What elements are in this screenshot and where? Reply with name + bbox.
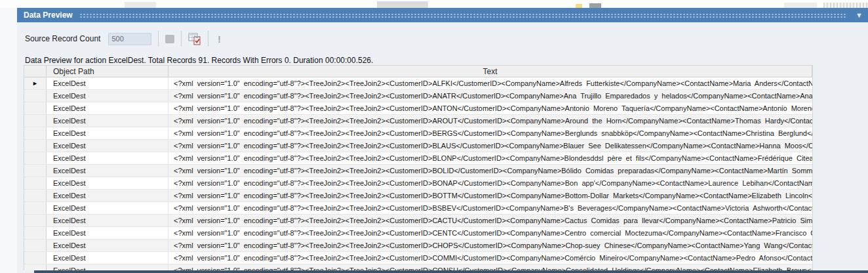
table-row[interactable]: ExcelDest <?xml version="1.0" encoding="… xyxy=(24,152,812,165)
toolbar-remnant xyxy=(377,1,428,8)
table-row[interactable]: ExcelDest <?xml version="1.0" encoding="… xyxy=(24,190,812,202)
row-selector[interactable] xyxy=(24,115,47,127)
toolbar-separator xyxy=(158,31,159,47)
object-path-cell: ExcelDest xyxy=(47,264,168,270)
panel-body: Source Record Count ! Data Pr xyxy=(17,22,868,273)
toolbar: Source Record Count ! xyxy=(25,30,223,47)
text-cell: <?xml version="1.0" encoding="utf-8"?><T… xyxy=(168,127,812,139)
object-path-cell: ExcelDest xyxy=(47,240,168,251)
grid-header-row: Object Path Text xyxy=(24,66,812,77)
header-dotted-texture xyxy=(79,12,846,18)
object-path-cell: ExcelDest xyxy=(47,165,168,177)
text-cell: <?xml version="1.0" encoding="utf-8"?><T… xyxy=(168,240,812,251)
table-row[interactable]: ExcelDest <?xml version="1.0" encoding="… xyxy=(24,102,812,115)
error-indicator-icon[interactable]: ! xyxy=(215,33,223,45)
object-path-cell: ExcelDest xyxy=(47,90,168,102)
object-path-cell: ExcelDest xyxy=(47,190,168,201)
text-cell: <?xml version="1.0" encoding="utf-8"?><T… xyxy=(168,90,812,102)
text-cell: <?xml version="1.0" encoding="utf-8"?><T… xyxy=(168,190,812,201)
panel-header[interactable]: Data Preview ▼ xyxy=(17,8,868,22)
panel-title: Data Preview xyxy=(24,10,73,20)
row-selector[interactable] xyxy=(24,102,47,114)
data-grid: Object Path Text ► ExcelDest <?xml versi… xyxy=(24,65,813,270)
object-path-cell: ExcelDest xyxy=(47,177,168,189)
text-cell: <?xml version="1.0" encoding="utf-8"?><T… xyxy=(168,215,812,226)
row-selector[interactable] xyxy=(24,90,47,102)
row-selector[interactable] xyxy=(24,252,47,264)
table-row[interactable]: ExcelDest <?xml version="1.0" encoding="… xyxy=(24,227,812,240)
row-selector-header[interactable] xyxy=(24,66,47,77)
table-row[interactable]: ► ExcelDest <?xml version="1.0" encoding… xyxy=(24,77,812,90)
object-path-cell: ExcelDest xyxy=(47,202,168,214)
chevron-down-icon[interactable]: ▼ xyxy=(856,12,863,19)
text-cell: <?xml version="1.0" encoding="utf-8"?><T… xyxy=(168,152,812,164)
data-preview-grid-icon[interactable] xyxy=(188,33,201,45)
row-selector[interactable] xyxy=(24,240,47,251)
row-selector[interactable] xyxy=(24,202,47,214)
row-selector[interactable]: ► xyxy=(24,77,47,89)
row-selector[interactable] xyxy=(24,127,47,139)
row-selector[interactable] xyxy=(24,227,47,239)
status-line: Data Preview for action ExcelDest. Total… xyxy=(25,56,373,65)
table-row[interactable]: ExcelDest <?xml version="1.0" encoding="… xyxy=(24,202,812,215)
stop-button[interactable] xyxy=(165,35,174,43)
toolbar-separator xyxy=(181,31,182,47)
object-path-cell: ExcelDest xyxy=(47,115,168,127)
data-preview-panel: Data Preview ▼ Source Record Count xyxy=(17,8,868,273)
table-row[interactable]: ExcelDest <?xml version="1.0" encoding="… xyxy=(24,165,812,177)
object-path-cell: ExcelDest xyxy=(47,102,168,114)
upper-toolbar-remnant xyxy=(0,0,868,8)
text-cell: <?xml version="1.0" encoding="utf-8"?><T… xyxy=(168,102,812,114)
table-row[interactable]: ExcelDest <?xml version="1.0" encoding="… xyxy=(24,252,812,264)
panel-bottom-edge xyxy=(34,270,868,273)
row-selector[interactable] xyxy=(24,190,47,201)
text-cell: <?xml version="1.0" encoding="utf-8"?><T… xyxy=(168,264,812,270)
object-path-cell: ExcelDest xyxy=(47,152,168,164)
text-cell: <?xml version="1.0" encoding="utf-8"?><T… xyxy=(168,77,812,89)
object-path-cell: ExcelDest xyxy=(47,252,168,264)
table-row[interactable]: ExcelDest <?xml version="1.0" encoding="… xyxy=(24,264,812,270)
table-row[interactable]: ExcelDest <?xml version="1.0" encoding="… xyxy=(24,240,812,252)
table-row[interactable]: ExcelDest <?xml version="1.0" encoding="… xyxy=(24,90,812,102)
source-record-count-input[interactable] xyxy=(108,33,151,45)
source-record-count-label: Source Record Count xyxy=(25,34,100,43)
toolbar-remnant xyxy=(823,3,868,8)
grid-rows: ► ExcelDest <?xml version="1.0" encoding… xyxy=(24,77,812,270)
current-row-arrow-icon: ► xyxy=(32,81,38,87)
toolbar-separator xyxy=(208,31,208,47)
column-header-object-path[interactable]: Object Path xyxy=(47,66,168,77)
text-cell: <?xml version="1.0" encoding="utf-8"?><T… xyxy=(168,115,812,127)
text-cell: <?xml version="1.0" encoding="utf-8"?><T… xyxy=(168,165,812,177)
text-cell: <?xml version="1.0" encoding="utf-8"?><T… xyxy=(168,252,812,264)
table-row[interactable]: ExcelDest <?xml version="1.0" encoding="… xyxy=(24,215,812,227)
row-selector[interactable] xyxy=(24,264,47,270)
row-selector[interactable] xyxy=(24,177,47,189)
table-row[interactable]: ExcelDest <?xml version="1.0" encoding="… xyxy=(24,177,812,190)
object-path-cell: ExcelDest xyxy=(47,140,168,152)
row-selector[interactable] xyxy=(24,152,47,164)
table-row[interactable]: ExcelDest <?xml version="1.0" encoding="… xyxy=(24,140,812,152)
text-cell: <?xml version="1.0" encoding="utf-8"?><T… xyxy=(168,177,812,189)
object-path-cell: ExcelDest xyxy=(47,77,168,89)
row-selector[interactable] xyxy=(24,140,47,152)
toolbar-remnant xyxy=(589,3,601,8)
toolbar-remnant xyxy=(784,3,817,8)
table-row[interactable]: ExcelDest <?xml version="1.0" encoding="… xyxy=(24,115,812,127)
row-selector[interactable] xyxy=(24,165,47,177)
text-cell: <?xml version="1.0" encoding="utf-8"?><T… xyxy=(168,202,812,214)
toolbar-remnant xyxy=(125,2,156,8)
object-path-cell: ExcelDest xyxy=(47,227,168,239)
object-path-cell: ExcelDest xyxy=(47,127,168,139)
object-path-cell: ExcelDest xyxy=(47,215,168,226)
table-row[interactable]: ExcelDest <?xml version="1.0" encoding="… xyxy=(24,127,812,140)
text-cell: <?xml version="1.0" encoding="utf-8"?><T… xyxy=(168,140,812,152)
text-cell: <?xml version="1.0" encoding="utf-8"?><T… xyxy=(168,227,812,239)
row-selector[interactable] xyxy=(24,215,47,226)
column-header-text[interactable]: Text xyxy=(168,66,812,77)
